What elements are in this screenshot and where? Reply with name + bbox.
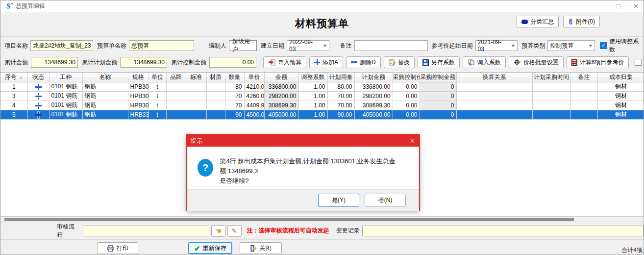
yes-button[interactable]: 是(Y) (318, 194, 359, 207)
create-date-select[interactable]: 2022-09-03 (287, 40, 329, 51)
col-header-status[interactable]: 状态 (27, 73, 49, 82)
change-record-input[interactable] (362, 226, 644, 236)
cell-standard[interactable] (186, 110, 206, 119)
col-header-amount[interactable]: 金额 (264, 73, 298, 82)
cell-spec[interactable]: HRB335- (128, 110, 149, 119)
cell-conversion[interactable] (456, 110, 532, 119)
scrollbar-thumb[interactable] (4, 218, 574, 221)
cell-status[interactable] (27, 82, 49, 91)
close-button[interactable]: 关闭 (240, 242, 282, 254)
cell-amount[interactable]: 298200.00 (264, 91, 298, 101)
cell-status[interactable] (27, 91, 49, 101)
col-header-conversion[interactable]: 换算关系 (456, 73, 532, 82)
cell-cost[interactable]: 钢材 (597, 91, 644, 101)
cell-ctrl_price[interactable]: 0.00 (393, 110, 420, 119)
sum-plan-amount-input[interactable] (120, 57, 167, 68)
cell-spec[interactable]: HPB300- (128, 91, 149, 101)
cell-unit[interactable]: t (149, 101, 166, 110)
cell-seq[interactable]: 4 (0, 101, 27, 110)
sum-control-amount-input[interactable] (209, 57, 256, 68)
add-row-button[interactable]: 添加A (309, 56, 343, 68)
cell-brand[interactable] (166, 82, 186, 91)
cell-ctrl_price[interactable]: 0.00 (393, 82, 420, 91)
budget-type-select[interactable]: 控制预算 (547, 40, 595, 51)
clear-flow-button[interactable]: ✎ (227, 225, 242, 237)
import-budget-button[interactable]: 导入预算 (263, 56, 306, 68)
cell-ctrl_amount[interactable]: 0 (420, 82, 456, 91)
cell-coef[interactable]: 1.00 (298, 101, 327, 110)
cell-remark[interactable] (570, 82, 597, 91)
cell-amount[interactable]: 308699.30 (264, 101, 298, 110)
cell-price[interactable]: 4260.00 (244, 91, 264, 101)
cell-plan_amount[interactable]: 336800.00 (354, 82, 393, 91)
cell-name[interactable]: 钢筋 (82, 101, 128, 110)
replace-button[interactable]: 替换 (384, 56, 415, 68)
cell-material[interactable] (206, 110, 225, 119)
cell-amount[interactable]: 405000.00 (264, 110, 298, 119)
load-coefficient-button[interactable]: 调入系数 (463, 56, 506, 68)
cell-standard[interactable] (186, 82, 206, 91)
cell-trade[interactable]: 0101 钢筋 (49, 82, 82, 91)
cell-plan_amount[interactable]: 405000.00 (354, 110, 393, 119)
cell-brand[interactable] (166, 101, 186, 110)
no-button[interactable]: 否(N) (365, 194, 406, 207)
cell-spec[interactable]: HPB300- (128, 82, 149, 91)
cell-ctrl_price[interactable]: 0.00 (393, 101, 420, 110)
col-header-unit[interactable]: 单位 (149, 73, 166, 82)
cell-ctrl_amount[interactable]: 0 (420, 101, 456, 110)
table-row[interactable]: 10101 钢筋钢筋HPB300-t804210.00336800.001.00… (0, 82, 644, 91)
col-header-price[interactable]: 单价 (244, 73, 264, 82)
cell-brand[interactable] (166, 91, 186, 101)
cell-coef[interactable]: 1.00 (298, 110, 327, 119)
cell-price[interactable]: 4409.99 (244, 101, 264, 110)
save-coefficient-button[interactable]: 另存系数 (418, 56, 460, 68)
cell-material[interactable] (206, 82, 225, 91)
cell-plan_qty[interactable]: 70.00 (327, 91, 354, 101)
col-header-plan_time[interactable]: 计划采购时间 (532, 73, 570, 82)
cell-qty[interactable]: 80 (225, 82, 244, 91)
delete-row-button[interactable]: 删除D (346, 56, 381, 68)
col-header-plan_qty[interactable]: 计划用量 (327, 73, 354, 82)
col-header-material[interactable]: 材质 (206, 73, 225, 82)
cell-cost[interactable]: 钢材 (597, 82, 644, 91)
col-header-name[interactable]: 名称 (82, 73, 128, 82)
cell-plan_amount[interactable]: 308699.30 (354, 101, 393, 110)
cell-qty[interactable]: 70 (225, 91, 244, 101)
col-header-cost[interactable]: 成本归集 (597, 73, 644, 82)
cell-ctrl_amount[interactable]: 0 (420, 91, 456, 101)
cell-material[interactable] (206, 101, 225, 110)
table-row[interactable]: 40101 钢筋钢筋HPB300-t704409.99308699.301.00… (0, 101, 644, 110)
cell-conversion[interactable] (456, 101, 532, 110)
dialog-close-button[interactable]: ✕ (410, 137, 415, 145)
calc-reference-price-button[interactable]: 计算6项目参考价 (567, 56, 629, 68)
select-flow-button[interactable]: ☚ (211, 225, 225, 237)
cell-price[interactable]: 4500.00 (244, 110, 264, 119)
cell-plan_qty[interactable]: 70.00 (327, 101, 354, 110)
cell-conversion[interactable] (456, 91, 532, 101)
cell-plan_qty[interactable]: 90.00 (327, 110, 354, 119)
cell-unit[interactable]: t (149, 91, 166, 101)
cell-status[interactable] (27, 110, 49, 119)
audit-flow-input[interactable] (83, 226, 209, 236)
print-button[interactable]: 打印 (97, 242, 138, 254)
cell-name[interactable]: 钢筋 (82, 110, 128, 119)
close-window-button[interactable]: ✕ (633, 2, 639, 10)
cell-standard[interactable] (186, 101, 206, 110)
cell-remark[interactable] (570, 91, 597, 101)
cell-seq[interactable]: 1 (0, 82, 27, 91)
col-header-qty[interactable]: 数量 (225, 73, 244, 82)
cell-qty[interactable]: 90 (225, 110, 244, 119)
cell-plan_time[interactable] (532, 110, 570, 119)
cell-qty[interactable]: 70 (225, 101, 244, 110)
cell-price[interactable]: 4210.00 (244, 82, 264, 91)
cell-cost[interactable]: 钢材 (597, 101, 644, 110)
cell-unit[interactable]: t (149, 110, 166, 119)
cell-plan_qty[interactable]: 80.00 (327, 82, 354, 91)
cell-cost[interactable]: 钢材 (597, 110, 644, 119)
cell-conversion[interactable] (456, 82, 532, 91)
col-header-spec[interactable]: 规格 (128, 73, 149, 82)
cell-coef[interactable]: 1.00 (298, 91, 327, 101)
table-row[interactable]: 30101 钢筋钢筋HPB300-t704260.00298200.001.00… (0, 91, 644, 101)
cell-seq[interactable]: 5 (0, 110, 27, 119)
col-header-standard[interactable]: 标准 (186, 73, 206, 82)
